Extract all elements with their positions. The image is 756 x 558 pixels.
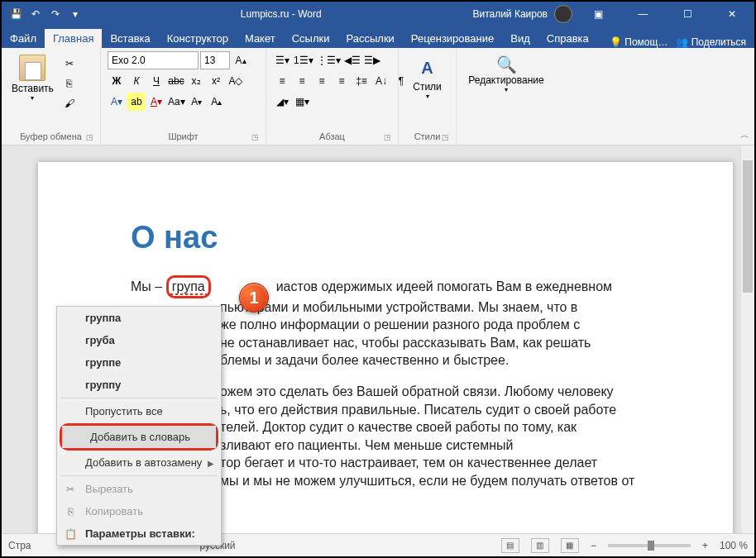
- tab-review[interactable]: Рецензирование: [403, 29, 502, 48]
- collapse-ribbon-icon[interactable]: ︿: [740, 129, 749, 141]
- qat-dropdown-icon[interactable]: ▾: [68, 7, 83, 21]
- group-paragraph: ☰▾ 1☰▾ ⋮☰▾ ◀☰ ☰▶ ≡ ≡ ≡ ≡ ‡≡ A↓ ¶ ◢▾ ▦▾ А…: [266, 48, 399, 145]
- grow-font-icon[interactable]: A▴: [232, 51, 250, 69]
- clear-format-icon[interactable]: A◇: [227, 72, 245, 90]
- shading-icon[interactable]: ◢▾: [273, 93, 291, 111]
- quick-access-toolbar: 💾 ↶ ↷ ▾: [2, 7, 89, 21]
- vertical-scrollbar[interactable]: [740, 145, 754, 533]
- close-button[interactable]: ✕: [713, 2, 751, 26]
- user-name[interactable]: Виталий Каиров: [472, 8, 548, 20]
- zoom-level[interactable]: 100 %: [720, 540, 748, 551]
- print-layout-icon[interactable]: ▥: [531, 538, 549, 553]
- launcher-icon[interactable]: ◳: [442, 133, 449, 141]
- launcher-icon[interactable]: ◳: [384, 133, 391, 141]
- font-name-select[interactable]: [108, 51, 199, 69]
- editing-button[interactable]: 🔍 Редактирование ▾: [463, 51, 549, 97]
- zoom-thumb[interactable]: [648, 541, 654, 551]
- group-label-paragraph: Абзац◳: [273, 130, 391, 143]
- share-button[interactable]: 👥 Поделиться: [676, 36, 746, 48]
- tab-mailings[interactable]: Рассылки: [337, 29, 402, 48]
- group-label-font: Шрифт◳: [108, 130, 259, 143]
- numbering-icon[interactable]: 1☰▾: [293, 51, 314, 69]
- text-effects-icon[interactable]: A▾: [108, 93, 126, 111]
- redo-icon[interactable]: ↷: [48, 7, 63, 21]
- font-size-select[interactable]: [200, 51, 230, 69]
- tab-help[interactable]: Справка: [538, 29, 597, 48]
- increase-indent-icon[interactable]: ☰▶: [363, 51, 381, 69]
- multilevel-icon[interactable]: ⋮☰▾: [316, 51, 342, 69]
- launcher-icon[interactable]: ◳: [86, 133, 93, 141]
- group-label-styles: Стили◳: [405, 130, 449, 143]
- paste-button[interactable]: Вставить ▾: [8, 51, 57, 112]
- page-indicator[interactable]: Стра: [8, 540, 31, 551]
- sort-icon[interactable]: A↓: [372, 72, 390, 90]
- align-center-icon[interactable]: ≡: [293, 72, 311, 90]
- superscript-button[interactable]: x²: [207, 72, 225, 90]
- tab-references[interactable]: Ссылки: [284, 29, 338, 48]
- save-icon[interactable]: 💾: [8, 7, 23, 21]
- misspelled-word[interactable]: група: [166, 275, 211, 298]
- suggestion-item[interactable]: группу: [57, 374, 221, 396]
- grow-font2-icon[interactable]: A▴: [208, 93, 226, 111]
- borders-icon[interactable]: ▦▾: [293, 93, 311, 111]
- paste-icon: [19, 55, 45, 81]
- paste-label: Вставить: [12, 83, 54, 94]
- copy-item: ⎘Копировать: [57, 500, 221, 522]
- scrollbar-thumb[interactable]: [743, 160, 753, 293]
- tab-layout[interactable]: Макет: [237, 29, 284, 48]
- bullets-icon[interactable]: ☰▾: [273, 51, 291, 69]
- zoom-out-button[interactable]: −: [591, 540, 596, 551]
- align-left-icon[interactable]: ≡: [273, 72, 291, 90]
- highlight-icon[interactable]: ab: [127, 93, 146, 111]
- bold-button[interactable]: Ж: [108, 72, 126, 90]
- undo-icon[interactable]: ↶: [28, 7, 43, 21]
- suggestion-item[interactable]: груба: [57, 329, 221, 351]
- title-bar: 💾 ↶ ↷ ▾ Lumpics.ru - Word Виталий Каиров…: [2, 2, 754, 26]
- font-color-icon[interactable]: A▾: [147, 93, 165, 111]
- styles-button[interactable]: A Стили ▾: [405, 51, 449, 103]
- read-mode-icon[interactable]: ▤: [501, 538, 519, 553]
- tab-file[interactable]: Файл: [2, 29, 45, 48]
- italic-button[interactable]: К: [127, 72, 146, 90]
- tell-me[interactable]: 💡 Помощ…: [610, 36, 667, 48]
- maximize-button[interactable]: ☐: [668, 2, 706, 26]
- tab-design[interactable]: Конструктор: [159, 29, 237, 48]
- group-editing: 🔍 Редактирование ▾: [457, 48, 556, 145]
- align-right-icon[interactable]: ≡: [313, 72, 331, 90]
- find-icon: 🔍: [496, 55, 517, 74]
- text: зливают его пациенты. Чем меньше системн…: [220, 438, 513, 452]
- paste-options-item[interactable]: 📋Параметры вставки:: [57, 522, 221, 545]
- justify-icon[interactable]: ≡: [333, 72, 351, 90]
- tab-home[interactable]: Главная: [45, 29, 102, 48]
- ignore-all-item[interactable]: Пропустить все: [57, 400, 221, 422]
- zoom-in-button[interactable]: +: [702, 540, 708, 551]
- group-label-clipboard: Буфер обмена◳: [8, 130, 93, 143]
- text: ь, что его действия правильные. Писатель…: [220, 403, 616, 417]
- zoom-slider[interactable]: [608, 544, 691, 547]
- cut-icon[interactable]: ✂: [60, 55, 79, 73]
- format-painter-icon[interactable]: 🖌: [60, 94, 79, 112]
- tab-insert[interactable]: Вставка: [102, 29, 158, 48]
- change-case-icon[interactable]: Aa▾: [167, 93, 186, 111]
- add-to-autocorrect-item[interactable]: Добавить в автозамену▶: [57, 451, 221, 474]
- launcher-icon[interactable]: ◳: [251, 133, 259, 141]
- strikethrough-button[interactable]: abc: [167, 72, 185, 90]
- group-styles: A Стили ▾ Стили◳: [399, 48, 457, 145]
- ribbon-display-icon[interactable]: ▣: [579, 2, 617, 26]
- tab-view[interactable]: Вид: [502, 29, 538, 48]
- shrink-font-icon[interactable]: A▾: [188, 93, 206, 111]
- web-layout-icon[interactable]: ▦: [561, 538, 579, 553]
- underline-button[interactable]: Ч: [147, 72, 165, 90]
- decrease-indent-icon[interactable]: ◀☰: [343, 51, 361, 69]
- text: мы и мы не можем улучшиться, если не буд…: [220, 474, 634, 488]
- window-title: Lumpics.ru - Word: [89, 8, 472, 20]
- avatar[interactable]: [554, 5, 572, 23]
- suggestion-item[interactable]: группа: [57, 307, 221, 329]
- line-spacing-icon[interactable]: ‡≡: [352, 72, 371, 90]
- minimize-button[interactable]: —: [624, 2, 662, 26]
- add-to-dictionary-item[interactable]: Добавить в словарь: [62, 426, 216, 448]
- suggestion-item[interactable]: группе: [57, 351, 221, 374]
- copy-icon[interactable]: ⎘: [60, 74, 79, 93]
- subscript-button[interactable]: x₂: [187, 72, 205, 90]
- text: блемы и задачи более качественно и быстр…: [220, 353, 509, 367]
